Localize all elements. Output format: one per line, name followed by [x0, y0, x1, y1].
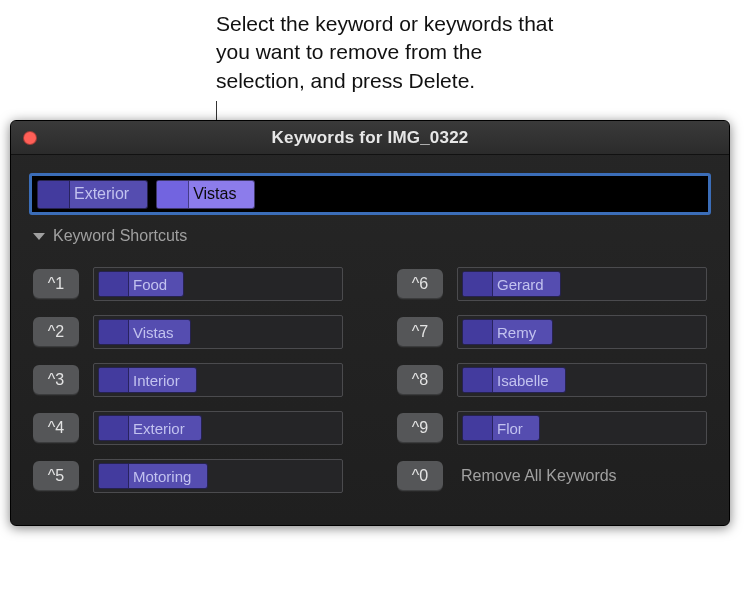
shortcut-slot-6[interactable]: Gerard — [457, 267, 707, 301]
token-label: Motoring — [129, 464, 207, 488]
shortcut-key-1[interactable]: ^1 — [33, 269, 79, 299]
token-label: Isabelle — [493, 368, 565, 392]
keyword-token[interactable]: Remy — [462, 319, 553, 345]
token-handle-icon — [38, 181, 70, 208]
shortcut-slot-8[interactable]: Isabelle — [457, 363, 707, 397]
shortcut-key-3[interactable]: ^3 — [33, 365, 79, 395]
token-handle-icon — [99, 368, 129, 392]
shortcut-key-7[interactable]: ^7 — [397, 317, 443, 347]
token-handle-icon — [463, 320, 493, 344]
shortcut-slot-7[interactable]: Remy — [457, 315, 707, 349]
token-handle-icon — [99, 320, 129, 344]
token-label: Exterior — [70, 181, 147, 208]
token-label: Food — [129, 272, 183, 296]
shortcut-key-9[interactable]: ^9 — [397, 413, 443, 443]
shortcut-slot-2[interactable]: Vistas — [93, 315, 343, 349]
keyword-token[interactable]: Gerard — [462, 271, 561, 297]
shortcut-row-8: ^8 Isabelle — [397, 363, 707, 397]
shortcut-slot-3[interactable]: Interior — [93, 363, 343, 397]
keywords-window: Keywords for IMG_0322 Exterior Vistas Ke… — [10, 120, 730, 526]
keyword-shortcuts-disclosure[interactable]: Keyword Shortcuts — [33, 227, 707, 245]
keyword-token[interactable]: Flor — [462, 415, 540, 441]
token-label: Vistas — [189, 181, 254, 208]
shortcut-row-0: ^0 Remove All Keywords — [397, 459, 707, 493]
keyword-token[interactable]: Interior — [98, 367, 197, 393]
token-handle-icon — [99, 272, 129, 296]
keyword-token[interactable]: Food — [98, 271, 184, 297]
keyword-token[interactable]: Vistas — [98, 319, 191, 345]
keyword-token[interactable]: Exterior — [98, 415, 202, 441]
token-handle-icon — [99, 416, 129, 440]
shortcut-slot-5[interactable]: Motoring — [93, 459, 343, 493]
token-label: Interior — [129, 368, 196, 392]
shortcut-key-8[interactable]: ^8 — [397, 365, 443, 395]
keyword-token[interactable]: Motoring — [98, 463, 208, 489]
token-handle-icon — [99, 464, 129, 488]
close-button[interactable] — [23, 131, 37, 145]
keyword-token-exterior[interactable]: Exterior — [37, 180, 148, 209]
window-title: Keywords for IMG_0322 — [11, 128, 729, 148]
shortcut-key-4[interactable]: ^4 — [33, 413, 79, 443]
shortcut-row-4: ^4 Exterior — [33, 411, 343, 445]
shortcut-row-5: ^5 Motoring — [33, 459, 343, 493]
shortcut-slot-9[interactable]: Flor — [457, 411, 707, 445]
token-handle-icon — [463, 416, 493, 440]
shortcut-row-7: ^7 Remy — [397, 315, 707, 349]
token-label: Flor — [493, 416, 539, 440]
shortcut-row-1: ^1 Food — [33, 267, 343, 301]
window-titlebar: Keywords for IMG_0322 — [11, 121, 729, 155]
token-label: Vistas — [129, 320, 190, 344]
shortcut-slot-1[interactable]: Food — [93, 267, 343, 301]
keyword-token-vistas[interactable]: Vistas — [156, 180, 255, 209]
shortcut-key-5[interactable]: ^5 — [33, 461, 79, 491]
disclosure-label: Keyword Shortcuts — [53, 227, 187, 245]
shortcut-key-2[interactable]: ^2 — [33, 317, 79, 347]
shortcut-row-6: ^6 Gerard — [397, 267, 707, 301]
token-label: Exterior — [129, 416, 201, 440]
token-label: Remy — [493, 320, 552, 344]
token-handle-icon — [157, 181, 189, 208]
shortcut-row-3: ^3 Interior — [33, 363, 343, 397]
keyword-token[interactable]: Isabelle — [462, 367, 566, 393]
shortcut-row-9: ^9 Flor — [397, 411, 707, 445]
shortcut-row-2: ^2 Vistas — [33, 315, 343, 349]
shortcut-key-6[interactable]: ^6 — [397, 269, 443, 299]
shortcut-key-0[interactable]: ^0 — [397, 461, 443, 491]
chevron-down-icon — [33, 233, 45, 240]
token-handle-icon — [463, 272, 493, 296]
help-caption: Select the keyword or keywords that you … — [216, 10, 576, 95]
remove-all-keywords-button[interactable]: Remove All Keywords — [457, 467, 617, 485]
keywords-token-field[interactable]: Exterior Vistas — [29, 173, 711, 215]
keyword-shortcuts-grid: ^1 Food ^6 Gerard ^2 — [33, 267, 707, 493]
token-handle-icon — [463, 368, 493, 392]
token-label: Gerard — [493, 272, 560, 296]
shortcut-slot-4[interactable]: Exterior — [93, 411, 343, 445]
